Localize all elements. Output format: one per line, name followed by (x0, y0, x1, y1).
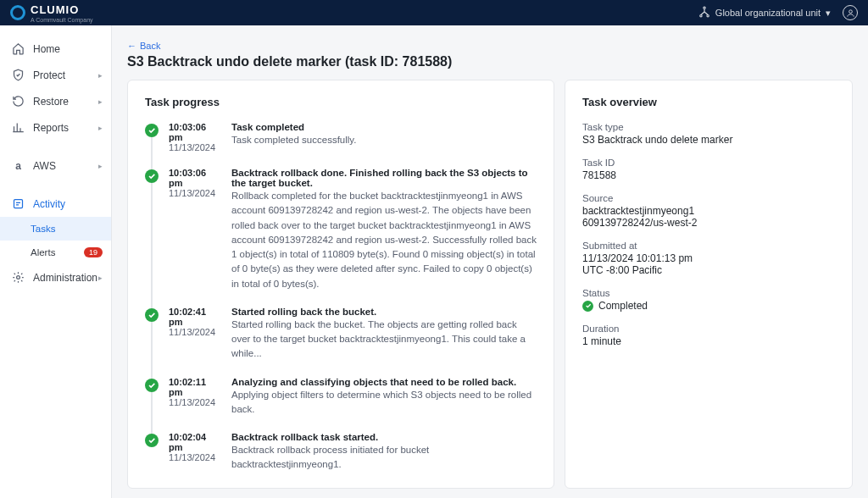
bar-chart-icon (12, 121, 25, 134)
nav-administration-label: Administration (33, 272, 97, 284)
nav-aws-label: AWS (33, 160, 56, 172)
success-check-icon (145, 434, 159, 447)
org-unit-label: Global organizational unit (715, 8, 821, 18)
brand-logo[interactable]: CLUMIO A Commvault Company (10, 3, 93, 23)
submitted-label: Submitted at (582, 241, 835, 251)
arrow-left-icon: ← (127, 41, 136, 51)
source-value-2: 609139728242/us-west-2 (582, 217, 835, 229)
timeline: 10:03:06 pm11/13/2024Task completedTask … (145, 122, 537, 473)
task-id-label: Task ID (582, 158, 835, 168)
timeline-event: 10:03:06 pm11/13/2024Backtrack rollback … (145, 168, 537, 307)
task-id-value: 781588 (582, 169, 835, 181)
event-timestamp: 10:02:11 pm11/13/2024 (169, 377, 221, 418)
nav-tasks[interactable]: Tasks (0, 217, 111, 241)
nav-tasks-label: Tasks (31, 224, 55, 234)
timeline-event: 10:02:04 pm11/13/2024Backtrack rollback … (145, 432, 537, 473)
duration-value: 1 minute (582, 335, 835, 347)
event-body: Task completedTask completed successfull… (231, 122, 356, 152)
success-check-icon (145, 124, 159, 137)
main-content: ← Back S3 Backtrack undo delete marker (… (112, 25, 868, 498)
alerts-badge: 19 (84, 247, 103, 257)
chevron-right-icon: ▸ (98, 124, 103, 132)
event-timestamp: 10:03:06 pm11/13/2024 (169, 122, 221, 152)
topbar: CLUMIO A Commvault Company Global organi… (0, 0, 868, 25)
task-type-value: S3 Backtrack undo delete marker (582, 134, 835, 146)
svg-point-2 (707, 15, 709, 17)
svg-point-3 (849, 9, 852, 13)
duration-label: Duration (582, 324, 835, 334)
task-progress-card: Task progress 10:03:06 pm11/13/2024Task … (127, 80, 554, 489)
brand-name: CLUMIO (31, 3, 93, 16)
nav-administration[interactable]: Administration ▸ (0, 264, 111, 290)
task-type-label: Task type (582, 122, 835, 132)
brand-subtitle: A Commvault Company (31, 17, 93, 23)
chevron-right-icon: ▸ (98, 97, 103, 106)
svg-point-5 (17, 276, 20, 279)
nav-alerts[interactable]: Alerts 19 (0, 241, 111, 264)
task-progress-title: Task progress (145, 96, 537, 108)
aws-icon: a (12, 159, 25, 172)
status-value: Completed (582, 300, 835, 312)
timeline-event: 10:02:41 pm11/13/2024Started rolling bac… (145, 307, 537, 377)
success-check-icon (145, 169, 159, 183)
logo-ring-icon (10, 5, 25, 20)
event-timestamp: 10:02:04 pm11/13/2024 (169, 432, 221, 473)
check-icon (582, 301, 593, 312)
success-check-icon (145, 308, 159, 322)
status-text: Completed (598, 300, 648, 312)
nav-restore[interactable]: Restore ▸ (0, 88, 111, 114)
nav-protect-label: Protect (33, 69, 65, 81)
submitted-value-2: UTC -8:00 Pacific (582, 264, 835, 276)
event-timestamp: 10:03:06 pm11/13/2024 (169, 168, 221, 291)
status-label: Status (582, 288, 835, 298)
nav-protect[interactable]: Protect ▸ (0, 62, 111, 88)
chevron-right-icon: ▸ (98, 71, 103, 80)
timeline-event: 10:03:06 pm11/13/2024Task completedTask … (145, 122, 537, 168)
event-body: Started rolling back the bucket.Started … (231, 307, 537, 362)
shield-icon (12, 69, 25, 81)
activity-icon (12, 197, 25, 210)
event-body: Analyzing and classifying objects that n… (231, 377, 537, 418)
nav-restore-label: Restore (33, 96, 69, 108)
chevron-right-icon: ▸ (98, 274, 103, 282)
chevron-down-icon: ▾ (826, 8, 831, 19)
home-icon (12, 42, 25, 55)
nav-home[interactable]: Home (0, 36, 111, 62)
nav-alerts-label: Alerts (31, 247, 55, 257)
svg-rect-4 (14, 200, 23, 208)
nav-reports[interactable]: Reports ▸ (0, 114, 111, 141)
nav-home-label: Home (33, 43, 60, 55)
back-label: Back (140, 41, 160, 51)
svg-point-0 (704, 7, 705, 8)
task-overview-title: Task overview (582, 96, 835, 108)
source-value-1: backtracktestjinmyeong1 (582, 205, 835, 217)
source-label: Source (582, 193, 835, 203)
event-body: Backtrack rollback task started.Backtrac… (231, 432, 537, 473)
nav-reports-label: Reports (33, 122, 69, 134)
org-tree-icon (698, 6, 710, 19)
success-check-icon (145, 379, 159, 392)
nav-activity[interactable]: Activity (0, 191, 111, 217)
timeline-event: 10:02:11 pm11/13/2024Analyzing and class… (145, 377, 537, 433)
submitted-value-1: 11/13/2024 10:01:13 pm (582, 252, 835, 264)
svg-point-1 (700, 15, 702, 17)
user-menu[interactable] (843, 5, 858, 20)
event-body: Backtrack rollback done. Finished rollin… (231, 168, 537, 291)
page-title: S3 Backtrack undo delete marker (task ID… (127, 54, 853, 69)
back-link[interactable]: ← Back (127, 41, 160, 51)
event-timestamp: 10:02:41 pm11/13/2024 (169, 307, 221, 362)
task-overview-card: Task overview Task type S3 Backtrack und… (565, 80, 853, 489)
sidebar: Home Protect ▸ Restore ▸ Reports ▸ a AWS… (0, 25, 112, 498)
restore-icon (12, 95, 25, 108)
chevron-right-icon: ▸ (98, 162, 103, 170)
nav-aws[interactable]: a AWS ▸ (0, 152, 111, 179)
gear-icon (12, 271, 25, 284)
org-unit-picker[interactable]: Global organizational unit ▾ (698, 6, 831, 19)
nav-activity-label: Activity (33, 198, 65, 210)
